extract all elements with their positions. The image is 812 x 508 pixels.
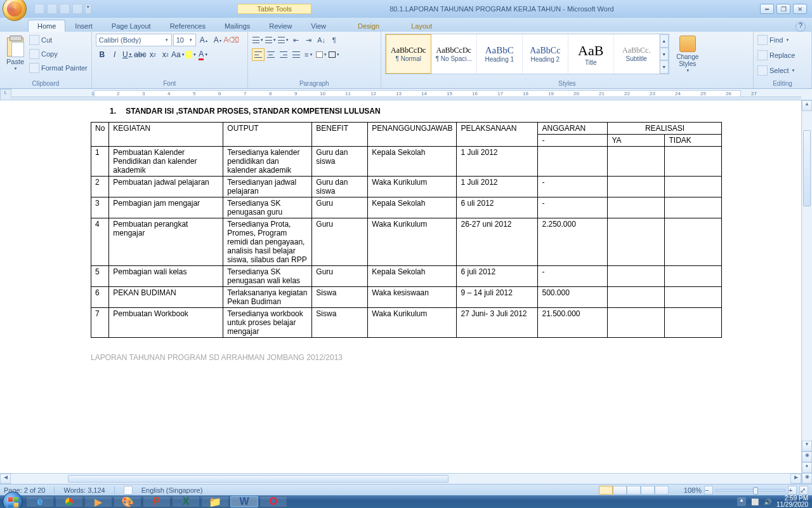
shrink-font-button[interactable]: A▾ bbox=[211, 34, 224, 46]
group-clipboard: Paste ▼ Cut Copy Format Painter Clipboar… bbox=[0, 32, 92, 88]
format-painter-button[interactable]: Format Painter bbox=[29, 62, 88, 74]
multilevel-button[interactable]: ▼ bbox=[277, 34, 290, 46]
justify-button[interactable] bbox=[290, 48, 303, 61]
print-icon[interactable] bbox=[72, 4, 82, 14]
document-title: 80.1.LAPORAN TAHUNAN PROGRAM KERJA TAHUN… bbox=[390, 5, 614, 13]
style-item[interactable]: AaBbCHeading 1 bbox=[477, 34, 523, 74]
sort-button[interactable]: A↓ bbox=[315, 34, 328, 46]
tab-page-layout[interactable]: Page Layout bbox=[102, 20, 160, 32]
help-icon[interactable]: ? bbox=[796, 22, 806, 32]
tab-design[interactable]: Design bbox=[348, 20, 389, 32]
grow-font-button[interactable]: A▴ bbox=[197, 34, 210, 46]
context-tab-label: Table Tools bbox=[237, 4, 311, 14]
strike-button[interactable]: abc bbox=[134, 48, 147, 61]
indent-button[interactable]: ⇥ bbox=[303, 34, 315, 46]
gallery-more[interactable]: ▼ bbox=[660, 60, 669, 74]
group-font: Calibri (Body)▼ 10▼ A▴ A▾ A⌫ B I U▼ abc … bbox=[92, 32, 248, 88]
line-spacing-button[interactable]: ≡▼ bbox=[303, 48, 315, 61]
font-size-combo[interactable]: 10▼ bbox=[173, 34, 196, 46]
numbering-button[interactable]: ▼ bbox=[265, 34, 277, 46]
tab-view[interactable]: View bbox=[301, 20, 336, 32]
show-marks-button[interactable]: ¶ bbox=[328, 34, 341, 46]
style-item[interactable]: AaBbCc.Subtitle bbox=[614, 34, 660, 74]
select-button[interactable]: Select▼ bbox=[757, 64, 796, 77]
copy-icon bbox=[29, 49, 39, 59]
style-item[interactable]: AaBbCcDc¶ Normal bbox=[386, 34, 431, 74]
superscript-button[interactable]: x2 bbox=[159, 48, 172, 61]
styles-gallery[interactable]: AaBbCcDc¶ NormalAaBbCcDc¶ No Spaci...AaB… bbox=[385, 34, 669, 74]
replace-icon bbox=[757, 50, 768, 60]
tab-mailings[interactable]: Mailings bbox=[215, 20, 259, 32]
paste-button[interactable]: Paste ▼ bbox=[4, 34, 27, 74]
align-center-button[interactable] bbox=[265, 48, 277, 61]
group-paragraph: ▼ ▼ ▼ ⇤ ⇥ A↓ ¶ ≡▼ ▼ ▼ Paragraph bbox=[248, 32, 381, 88]
bullets-button[interactable]: ▼ bbox=[252, 34, 265, 46]
qat-more-icon[interactable]: ▾ bbox=[85, 4, 91, 14]
close-button[interactable]: ✕ bbox=[793, 4, 807, 14]
align-right-button[interactable] bbox=[277, 48, 290, 61]
dedent-button[interactable]: ⇤ bbox=[290, 34, 303, 46]
subscript-button[interactable]: x2 bbox=[147, 48, 159, 61]
redo-icon[interactable] bbox=[60, 4, 70, 14]
cut-button[interactable]: Cut bbox=[29, 34, 88, 46]
ribbon-tabs: Home Insert Page Layout References Maili… bbox=[0, 18, 812, 32]
highlight-button[interactable]: ▼ bbox=[185, 48, 197, 61]
font-name-combo[interactable]: Calibri (Body)▼ bbox=[96, 34, 172, 46]
align-left-button[interactable] bbox=[252, 48, 265, 61]
tab-references[interactable]: References bbox=[160, 20, 215, 32]
borders-button[interactable]: ▼ bbox=[328, 48, 341, 61]
change-styles-button[interactable]: Change Styles ▼ bbox=[672, 34, 704, 74]
window-title: Table Tools 80.1.LAPORAN TAHUNAN PROGRAM… bbox=[91, 5, 760, 13]
find-button[interactable]: Find▼ bbox=[757, 34, 789, 46]
scissors-icon bbox=[29, 35, 39, 45]
clear-format-button[interactable]: A⌫ bbox=[225, 34, 238, 46]
bold-button[interactable]: B bbox=[96, 48, 108, 61]
copy-button[interactable]: Copy bbox=[29, 48, 88, 60]
style-item[interactable]: AaBTitle bbox=[568, 34, 614, 74]
tab-home[interactable]: Home bbox=[28, 20, 65, 32]
change-styles-icon bbox=[679, 36, 696, 52]
ribbon: Paste ▼ Cut Copy Format Painter Clipboar… bbox=[0, 32, 812, 89]
font-color-button[interactable]: A▼ bbox=[197, 48, 210, 61]
paste-icon bbox=[7, 37, 23, 57]
shading-button[interactable]: ▼ bbox=[315, 48, 328, 61]
quick-access-toolbar: ▾ bbox=[34, 4, 91, 14]
ruler-corner[interactable]: L bbox=[0, 89, 11, 100]
find-icon bbox=[757, 35, 768, 45]
title-bar: ▾ Table Tools 80.1.LAPORAN TAHUNAN PROGR… bbox=[0, 0, 812, 18]
minimize-button[interactable]: ━ bbox=[760, 4, 774, 14]
select-icon bbox=[757, 65, 768, 76]
group-editing: Find▼ Replace Select▼ Editing bbox=[754, 32, 812, 88]
maximize-button[interactable]: ❐ bbox=[776, 4, 790, 14]
save-icon[interactable] bbox=[34, 4, 44, 14]
undo-icon[interactable] bbox=[47, 4, 57, 14]
brush-icon bbox=[29, 63, 39, 73]
tab-layout[interactable]: Layout bbox=[402, 20, 442, 32]
replace-button[interactable]: Replace bbox=[757, 49, 795, 62]
style-item[interactable]: AaBbCcDc¶ No Spaci... bbox=[431, 34, 477, 74]
gallery-up[interactable]: ▲ bbox=[660, 34, 669, 48]
underline-button[interactable]: U▼ bbox=[121, 48, 134, 61]
tab-review[interactable]: Review bbox=[259, 20, 301, 32]
gallery-down[interactable]: ▼ bbox=[660, 48, 669, 61]
style-item[interactable]: AaBbCcHeading 2 bbox=[523, 34, 568, 74]
tab-insert[interactable]: Insert bbox=[65, 20, 102, 32]
group-styles: AaBbCcDc¶ NormalAaBbCcDc¶ No Spaci...AaB… bbox=[381, 32, 754, 88]
change-case-button[interactable]: Aa▼ bbox=[172, 48, 185, 61]
italic-button[interactable]: I bbox=[108, 48, 121, 61]
